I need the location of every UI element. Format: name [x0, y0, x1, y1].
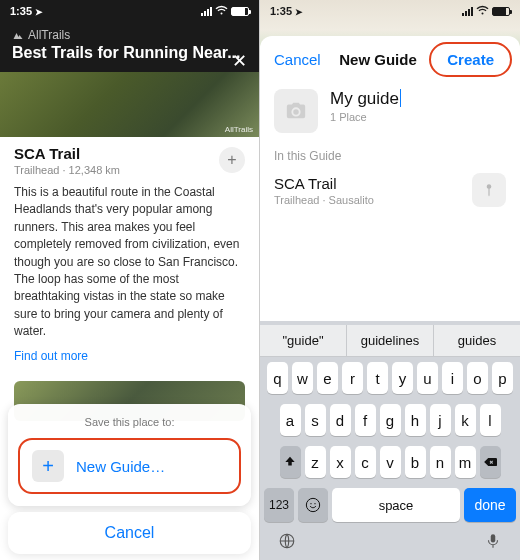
item-subtitle: Trailhead · Sausalito	[274, 194, 374, 206]
section-header: In this Guide	[260, 145, 520, 167]
key-w[interactable]: w	[292, 362, 313, 394]
new-guide-label: New Guide…	[76, 458, 165, 475]
keyboard-suggestions: "guide" guidelines guides	[260, 325, 520, 357]
key-n[interactable]: n	[430, 446, 451, 478]
wifi-icon	[476, 5, 489, 17]
suggestion-1[interactable]: "guide"	[260, 325, 346, 356]
key-j[interactable]: j	[430, 404, 451, 436]
key-v[interactable]: v	[380, 446, 401, 478]
key-i[interactable]: i	[442, 362, 463, 394]
globe-icon	[278, 532, 296, 550]
key-row-4: 123 space done	[260, 483, 520, 528]
key-g[interactable]: g	[380, 404, 401, 436]
pin-icon	[482, 183, 496, 197]
trail-name: SCA Trail	[14, 145, 245, 162]
sheet-title: New Guide	[339, 51, 417, 68]
key-m[interactable]: m	[455, 446, 476, 478]
key-row-3: zxcvbnm	[260, 441, 520, 483]
key-f[interactable]: f	[355, 404, 376, 436]
key-p[interactable]: p	[492, 362, 513, 394]
wifi-icon	[215, 5, 228, 17]
left-screenshot: 1:35 ➤ AllTrails Best Trails for Running…	[0, 0, 260, 560]
key-s[interactable]: s	[305, 404, 326, 436]
card-title: Best Trails for Running Near...	[12, 44, 247, 62]
alltrails-logo-icon	[12, 29, 24, 41]
key-row-2: asdfghjkl	[260, 399, 520, 441]
status-icons	[462, 5, 510, 17]
shift-key[interactable]	[280, 446, 301, 478]
guide-header-row: My guide 1 Place	[260, 83, 520, 145]
status-bar: 1:35 ➤	[0, 0, 259, 22]
new-guide-sheet: Cancel New Guide Create My guide 1 Place…	[260, 36, 520, 560]
keyboard-bottom-bar	[260, 528, 520, 560]
key-x[interactable]: x	[330, 446, 351, 478]
key-a[interactable]: a	[280, 404, 301, 436]
svg-point-2	[314, 503, 315, 504]
mic-icon	[484, 532, 502, 550]
text-cursor	[400, 89, 401, 107]
trail-subtitle: Trailhead · 12,348 km	[14, 164, 245, 176]
key-h[interactable]: h	[405, 404, 426, 436]
signal-icon	[201, 6, 212, 16]
key-r[interactable]: r	[342, 362, 363, 394]
key-d[interactable]: d	[330, 404, 351, 436]
dictation-key[interactable]	[484, 532, 502, 554]
key-b[interactable]: b	[405, 446, 426, 478]
status-icons	[201, 5, 249, 17]
battery-icon	[492, 7, 510, 16]
source-brand: AllTrails	[12, 28, 247, 42]
camera-icon	[285, 100, 307, 122]
shift-icon	[283, 455, 297, 469]
suggestion-2[interactable]: guidelines	[346, 325, 433, 356]
space-key[interactable]: space	[332, 488, 460, 522]
status-time: 1:35 ➤	[270, 5, 303, 17]
numbers-key[interactable]: 123	[264, 488, 294, 522]
emoji-icon	[305, 497, 321, 513]
key-u[interactable]: u	[417, 362, 438, 394]
trail-photo[interactable]: AllTrails	[0, 72, 259, 137]
guide-item-row[interactable]: SCA Trail Trailhead · Sausalito	[260, 167, 520, 213]
plus-icon: +	[32, 450, 64, 482]
guide-photo-placeholder[interactable]	[274, 89, 318, 133]
signal-icon	[462, 6, 473, 16]
guide-place-count: 1 Place	[330, 111, 401, 123]
key-t[interactable]: t	[367, 362, 388, 394]
emoji-key[interactable]	[298, 488, 328, 522]
right-screenshot: 1:35 ➤ Cancel New Guide Create	[260, 0, 520, 560]
key-c[interactable]: c	[355, 446, 376, 478]
done-key[interactable]: done	[464, 488, 516, 522]
add-to-guide-button[interactable]: +	[219, 147, 245, 173]
key-k[interactable]: k	[455, 404, 476, 436]
key-e[interactable]: e	[317, 362, 338, 394]
save-place-sheet: Save this place to: + New Guide…	[8, 404, 251, 506]
location-arrow-icon: ➤	[295, 7, 303, 17]
backspace-key[interactable]	[480, 446, 501, 478]
guide-name-input[interactable]: My guide	[330, 89, 401, 109]
guide-title-block: My guide 1 Place	[330, 89, 401, 123]
keyboard: "guide" guidelines guides qwertyuiop asd…	[260, 321, 520, 560]
backspace-icon	[483, 455, 497, 469]
cancel-button[interactable]: Cancel	[274, 51, 321, 68]
close-button[interactable]: ✕	[232, 50, 247, 72]
new-guide-button[interactable]: + New Guide…	[18, 438, 241, 494]
key-l[interactable]: l	[480, 404, 501, 436]
sheet-nav: Cancel New Guide Create	[260, 36, 520, 83]
cancel-button[interactable]: Cancel	[8, 512, 251, 554]
battery-icon	[231, 7, 249, 16]
card-header: AllTrails Best Trails for Running Near..…	[0, 22, 259, 72]
status-time: 1:35 ➤	[10, 5, 43, 17]
key-z[interactable]: z	[305, 446, 326, 478]
key-q[interactable]: q	[267, 362, 288, 394]
key-y[interactable]: y	[392, 362, 413, 394]
globe-key[interactable]	[278, 532, 296, 554]
key-o[interactable]: o	[467, 362, 488, 394]
trail-info: SCA Trail Trailhead · 12,348 km + This i…	[0, 137, 259, 373]
suggestion-3[interactable]: guides	[433, 325, 520, 356]
sheet-title: Save this place to:	[8, 412, 251, 438]
svg-point-0	[306, 498, 319, 511]
key-row-1: qwertyuiop	[260, 357, 520, 399]
action-sheet-area: Save this place to: + New Guide… Cancel …	[0, 360, 259, 560]
location-arrow-icon: ➤	[35, 7, 43, 17]
create-button[interactable]: Create	[435, 46, 506, 73]
highlight-ring	[429, 42, 512, 77]
